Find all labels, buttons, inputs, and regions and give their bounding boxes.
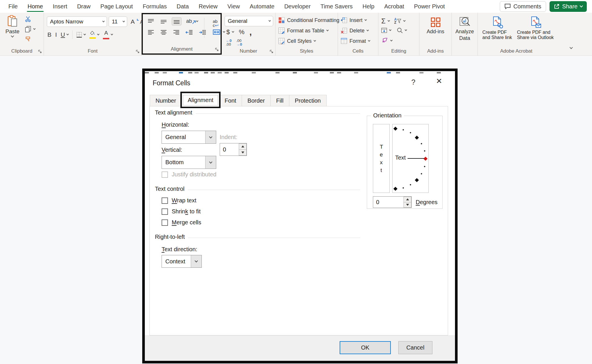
number-format-combo[interactable]: General: [225, 16, 273, 26]
merge-cells-checkbox[interactable]: [162, 219, 168, 226]
addins-button[interactable]: Add-ins: [419, 17, 452, 35]
collapse-ribbon-chevron[interactable]: [569, 46, 573, 49]
indent-spin-down[interactable]: [239, 150, 247, 156]
fill-color-button[interactable]: [89, 31, 96, 39]
wrap-text-button[interactable]: abc↩: [212, 18, 220, 29]
tab-number[interactable]: Number: [150, 95, 182, 106]
menu-view[interactable]: View: [223, 0, 245, 13]
menu-power-pivot[interactable]: Power Pivot: [409, 0, 450, 13]
align-bottom-button[interactable]: [172, 17, 182, 25]
adobe-acrobat-group-label: Adobe Acrobat: [478, 48, 555, 54]
menu-help[interactable]: Help: [358, 0, 379, 13]
degrees-spin-down[interactable]: [404, 202, 411, 208]
tab-alignment[interactable]: Alignment: [182, 94, 219, 107]
conditional-formatting-button[interactable]: Conditional Formatting: [278, 17, 343, 23]
format-as-table-button[interactable]: Format as Table: [278, 27, 328, 34]
decrease-indent-button[interactable]: [184, 29, 194, 36]
increase-indent-button[interactable]: [198, 29, 208, 36]
font-name-combo[interactable]: Aptos Narrow: [47, 16, 107, 27]
indent-spinner[interactable]: 0: [220, 143, 247, 156]
increase-decimal-button[interactable]: ←0.00: [226, 39, 232, 46]
menu-file[interactable]: File: [3, 0, 23, 13]
underline-chevron-icon: [66, 33, 69, 35]
degrees-spinner[interactable]: 0: [373, 196, 412, 208]
menu-data[interactable]: Data: [172, 0, 194, 13]
underline-button[interactable]: U: [61, 31, 69, 38]
font-color-button[interactable]: A: [103, 30, 109, 39]
horizontal-dropdown[interactable]: General: [162, 131, 216, 144]
orientation-dial[interactable]: Text: [392, 124, 429, 193]
align-middle-button[interactable]: [159, 18, 168, 25]
create-pdf-share-link-button[interactable]: Create PDFand Share link: [478, 16, 516, 40]
align-top-button[interactable]: [146, 18, 156, 25]
cut-button[interactable]: [25, 16, 35, 23]
align-right-button[interactable]: [172, 29, 181, 36]
align-center-button[interactable]: [159, 29, 168, 36]
percent-style-button[interactable]: %: [239, 28, 245, 36]
font-dialog-launcher[interactable]: [136, 50, 140, 53]
comma-style-button[interactable]: ,: [249, 29, 252, 35]
orientation-button[interactable]: ab: [185, 17, 199, 25]
borders-button[interactable]: [76, 32, 86, 38]
accounting-format-button[interactable]: $: [226, 28, 230, 36]
dialog-help-button[interactable]: ?: [411, 78, 415, 86]
tab-font[interactable]: Font: [219, 95, 242, 106]
indent-spin-up[interactable]: [239, 143, 247, 150]
cell-styles-button[interactable]: Cell Styles: [278, 38, 316, 44]
menu-acrobat[interactable]: Acrobat: [379, 0, 409, 13]
menu-page-layout[interactable]: Page Layout: [95, 0, 138, 13]
horizontal-dropdown-chevron[interactable]: [205, 131, 216, 143]
menu-insert[interactable]: Insert: [48, 0, 72, 13]
analyze-data-button[interactable]: AnalyzeData: [452, 16, 478, 42]
wrap-text-checkbox[interactable]: [162, 197, 168, 204]
menu-draw[interactable]: Draw: [72, 0, 96, 13]
font-size-combo[interactable]: 11: [109, 16, 127, 27]
dialog-close-button[interactable]: ×: [436, 76, 442, 86]
alignment-dialog-launcher[interactable]: [215, 48, 219, 51]
autosum-button[interactable]: Σ: [381, 17, 390, 25]
italic-button[interactable]: I: [55, 31, 57, 38]
format-painter-button[interactable]: [25, 36, 35, 43]
decrease-decimal-button[interactable]: .00→0: [236, 39, 242, 46]
increase-font-size-button[interactable]: A: [129, 18, 136, 26]
menu-developer[interactable]: Developer: [279, 0, 315, 13]
merge-center-button[interactable]: [212, 28, 221, 36]
tab-fill[interactable]: Fill: [271, 95, 289, 106]
delete-cells-button[interactable]: Delete: [341, 27, 369, 34]
bold-button[interactable]: B: [47, 31, 51, 38]
fill-button[interactable]: [381, 28, 391, 33]
paste-button[interactable]: Paste: [3, 15, 22, 46]
menu-home[interactable]: Home: [23, 0, 48, 13]
clipboard-dialog-launcher[interactable]: [38, 50, 42, 53]
number-dialog-launcher[interactable]: [270, 50, 273, 53]
tab-protection[interactable]: Protection: [289, 95, 327, 106]
justify-distributed-label: Justify distributed: [172, 171, 217, 178]
text-direction-dropdown-chevron[interactable]: [191, 255, 201, 267]
comments-button[interactable]: Comments: [500, 1, 546, 12]
copy-button[interactable]: [25, 26, 35, 33]
vertical-dropdown[interactable]: Bottom: [162, 156, 216, 169]
text-direction-dropdown[interactable]: Context: [162, 255, 202, 268]
tab-border[interactable]: Border: [242, 95, 271, 106]
orientation-chevron-icon: [196, 19, 198, 22]
orientation-vertical-text-option[interactable]: Text: [373, 124, 390, 193]
ok-button[interactable]: OK: [340, 341, 391, 354]
cancel-button[interactable]: Cancel: [398, 341, 432, 354]
menu-time-savers[interactable]: Time Savers: [316, 0, 358, 13]
menu-automate[interactable]: Automate: [245, 0, 280, 13]
create-pdf-outlook-button[interactable]: Create PDF andShare via Outlook: [517, 16, 554, 40]
menu-review[interactable]: Review: [194, 0, 223, 13]
format-cells-button[interactable]: Format: [341, 38, 370, 44]
shrink-to-fit-checkbox[interactable]: [162, 208, 168, 215]
clear-button[interactable]: [381, 38, 392, 43]
menu-formulas[interactable]: Formulas: [138, 0, 172, 13]
divider: [72, 30, 73, 39]
format-cells-icon: [341, 38, 347, 44]
align-left-button[interactable]: [146, 29, 156, 36]
insert-cells-button[interactable]: Insert: [341, 17, 367, 23]
vertical-dropdown-chevron[interactable]: [205, 156, 216, 169]
degrees-spin-up[interactable]: [404, 197, 411, 202]
sort-filter-button[interactable]: AZ: [394, 18, 405, 24]
find-select-button[interactable]: [397, 27, 407, 33]
share-button[interactable]: Share: [550, 1, 587, 12]
